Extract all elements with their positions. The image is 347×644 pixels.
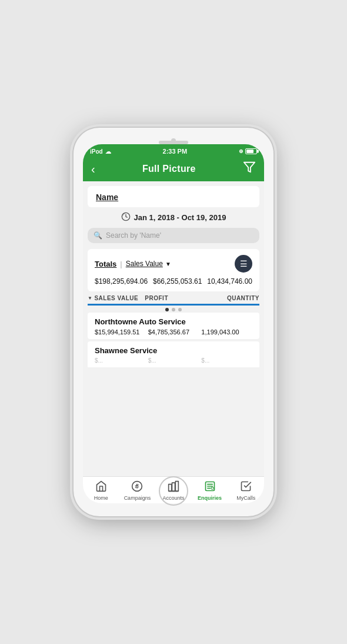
account-list: Northtowne Auto Service $15,994,159.51 $… xyxy=(88,313,259,367)
col-header-quantity[interactable]: QUANTITY xyxy=(202,295,259,301)
svg-rect-8 xyxy=(175,482,178,492)
speaker xyxy=(159,141,188,144)
search-icon: 🔍 xyxy=(94,231,102,240)
totals-pipe: | xyxy=(120,260,122,268)
account-quantity-partial: $... xyxy=(201,357,252,364)
wifi-icon: ☁ xyxy=(105,148,111,155)
account-quantity: 1,199,043.00 xyxy=(201,328,252,336)
search-placeholder-text: Search by 'Name' xyxy=(106,231,161,240)
status-bar: iPod ☁ 2:33 PM ⊕ xyxy=(83,144,264,157)
status-left: iPod ☁ xyxy=(90,148,111,155)
name-section: Name xyxy=(88,186,259,207)
svg-rect-6 xyxy=(169,484,172,492)
totals-dropdown-arrow[interactable]: ▼ xyxy=(165,261,171,267)
col-header-sales[interactable]: SALES VALUE xyxy=(88,295,145,301)
tab-bar: Home Campaigns xyxy=(83,476,264,503)
total-sales-value: $198,295,694.06 xyxy=(95,277,148,286)
account-row[interactable]: Northtowne Auto Service $15,994,159.51 $… xyxy=(88,313,259,339)
svg-marker-0 xyxy=(244,162,255,172)
account-values: $... $... $... xyxy=(95,357,252,364)
totals-values: $198,295,694.06 $66,255,053.61 10,434,74… xyxy=(95,277,252,286)
totals-menu-button[interactable]: ☰ xyxy=(235,255,252,273)
column-headers: SALES VALUE PROFIT QUANTITY xyxy=(88,295,259,306)
campaigns-icon xyxy=(131,480,143,494)
tab-accounts[interactable]: Accounts xyxy=(155,480,192,501)
lock-icon: ⊕ xyxy=(239,148,243,154)
pagination-dots xyxy=(83,306,264,313)
dot-1 xyxy=(165,308,169,311)
tab-accounts-label: Accounts xyxy=(162,495,184,501)
total-profit-value: $66,255,053.61 xyxy=(153,277,202,286)
accounts-icon xyxy=(168,480,179,494)
account-values: $15,994,159.51 $4,785,356.67 1,199,043.0… xyxy=(95,328,252,336)
enquiries-icon xyxy=(204,480,216,494)
name-label: Name xyxy=(96,192,118,202)
tab-home[interactable]: Home xyxy=(83,480,119,501)
page-title: Full Picture xyxy=(142,164,196,174)
account-sales: $15,994,159.51 xyxy=(95,328,146,336)
date-range: Jan 1, 2018 - Oct 19, 2019 xyxy=(83,207,264,228)
filter-button[interactable] xyxy=(243,161,256,177)
phone-screen: iPod ☁ 2:33 PM ⊕ ‹ Full Picture xyxy=(83,144,264,503)
totals-title: Totals | Sales Value ▼ xyxy=(95,260,171,268)
account-row[interactable]: Shawnee Service $... $... $... xyxy=(88,341,259,367)
date-icon xyxy=(121,212,131,223)
dot-3 xyxy=(178,308,182,311)
phone-frame: › iPod ☁ 2:33 PM ⊕ ‹ Full Picture xyxy=(74,128,273,516)
home-icon xyxy=(95,480,107,494)
battery-fill xyxy=(246,150,253,153)
back-button[interactable]: ‹ xyxy=(91,163,95,175)
tab-mycalls[interactable]: MyCalls xyxy=(228,480,264,501)
date-range-text: Jan 1, 2018 - Oct 19, 2019 xyxy=(134,213,226,222)
totals-header: Totals | Sales Value ▼ ☰ xyxy=(95,255,252,273)
navigation-bar: ‹ Full Picture xyxy=(83,157,264,181)
mycalls-icon xyxy=(240,480,252,494)
account-name: Northtowne Auto Service xyxy=(95,317,252,326)
tab-campaigns[interactable]: Campaigns xyxy=(119,480,156,501)
account-name: Shawnee Service xyxy=(95,346,252,355)
totals-subtitle: Sales Value xyxy=(126,260,163,268)
col-header-profit[interactable]: PROFIT xyxy=(145,295,202,301)
totals-card: Totals | Sales Value ▼ ☰ $198,295,694.06… xyxy=(88,249,259,291)
account-sales-partial: $... xyxy=(95,357,146,364)
account-profit: $4,785,356.67 xyxy=(148,328,199,336)
totals-bold-label: Totals xyxy=(95,260,116,268)
search-bar[interactable]: 🔍 Search by 'Name' xyxy=(88,228,259,243)
svg-rect-7 xyxy=(172,483,175,491)
tab-enquiries[interactable]: Enquiries xyxy=(192,480,228,501)
tab-home-label: Home xyxy=(94,495,108,501)
tab-campaigns-label: Campaigns xyxy=(124,495,151,501)
main-content: Name Jan 1, 2018 - Oct 19, 2019 🔍 Search… xyxy=(83,181,264,476)
battery-icon xyxy=(245,148,257,154)
carrier-label: iPod xyxy=(90,148,103,155)
tab-mycalls-label: MyCalls xyxy=(236,495,255,501)
tab-enquiries-label: Enquiries xyxy=(198,495,222,501)
account-profit-partial: $... xyxy=(148,357,199,364)
status-right: ⊕ xyxy=(239,148,257,154)
dot-2 xyxy=(172,308,175,311)
total-quantity-value: 10,434,746.00 xyxy=(207,277,252,286)
status-time: 2:33 PM xyxy=(163,148,188,155)
